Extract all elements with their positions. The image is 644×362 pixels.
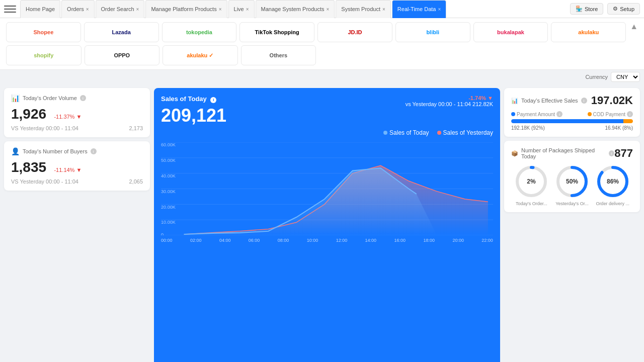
payment-info[interactable]: i xyxy=(556,111,562,117)
tab-close-icon[interactable]: × xyxy=(382,7,385,12)
platform-btn-tiktok[interactable]: TikTok Shopping xyxy=(239,22,314,42)
cod-amount: 16.94K (8%) xyxy=(605,125,633,131)
x-axis-label: 08:00 xyxy=(278,238,289,243)
order-volume-card: 📊 Today's Order Volume i 1,926 -11.37% ▼… xyxy=(4,88,150,137)
platform-btn-akulaku[interactable]: akulaku xyxy=(551,22,626,42)
menu-icon[interactable] xyxy=(4,3,16,15)
svg-text:86%: 86% xyxy=(607,178,619,185)
x-axis-label: 04:00 xyxy=(219,238,231,243)
setup-button[interactable]: ⚙ Setup xyxy=(607,3,640,15)
x-axis-labels: 00:0002:0004:0006:0008:0010:0012:0014:00… xyxy=(161,238,493,243)
tab-label: Manage Platform Products xyxy=(151,6,216,12)
packages-value: 877 xyxy=(614,147,633,160)
platform-grid-row1: ShopeeLazadatokopediaTikTok ShoppingJD.I… xyxy=(6,22,626,42)
order-volume-change: -11.37% ▼ xyxy=(54,114,82,120)
tab-label: Orders xyxy=(67,6,84,12)
cod-info[interactable]: i xyxy=(627,111,633,117)
sales-chart-svg: 60.00K 50.00K 40.00K 30.00K 20.00K 10.00… xyxy=(161,142,493,235)
payment-progress-bar xyxy=(511,119,633,123)
order-volume-vs-value: 2,173 xyxy=(129,125,143,131)
svg-text:0: 0 xyxy=(161,232,164,235)
tab-live[interactable]: Live× xyxy=(228,0,255,18)
svg-text:30.00K: 30.00K xyxy=(161,189,176,194)
x-axis-label: 22:00 xyxy=(481,238,493,243)
donut-svg: 86% xyxy=(595,164,630,199)
tab-close-icon[interactable]: × xyxy=(219,7,222,12)
effective-sales-icon: 📊 xyxy=(511,98,518,104)
tab-close-icon[interactable]: × xyxy=(246,7,249,12)
tab-label: Order Search xyxy=(101,6,134,12)
buyers-value: 1,835 xyxy=(11,159,46,175)
platform-btn-bukalapak[interactable]: bukalapak xyxy=(473,22,548,42)
tab-system-product[interactable]: System Product× xyxy=(336,0,390,18)
buyers-change: -11.14% ▼ xyxy=(54,167,82,173)
chart-info[interactable]: i xyxy=(210,97,216,103)
x-axis-label: 02:00 xyxy=(190,238,202,243)
buyers-info[interactable]: i xyxy=(91,148,97,154)
tab-close-icon[interactable]: × xyxy=(86,7,89,12)
x-axis-label: 06:00 xyxy=(249,238,260,243)
payment-bar-fill xyxy=(511,119,623,123)
svg-text:50.00K: 50.00K xyxy=(161,158,176,163)
store-button[interactable]: 🏪 Store xyxy=(570,3,603,15)
tab-label: Manage System Products xyxy=(261,6,325,12)
svg-text:20.00K: 20.00K xyxy=(161,204,176,209)
platform-btn-jdid[interactable]: JD.ID xyxy=(317,22,392,42)
donut-chart-item: 50% Yesterday's Or... xyxy=(554,164,590,206)
currency-row: Currency CNYUSDEURIDR xyxy=(0,70,644,84)
chart-change: -1.74% ▼ xyxy=(468,95,493,101)
order-volume-icon: 📊 xyxy=(11,94,20,102)
platform-grid-row2: shopifyOPPOakulaku ✓Others xyxy=(6,45,316,65)
sales-chart-card: Sales of Today i 209,121 -1.74% ▼ vs Yes… xyxy=(154,88,500,362)
currency-label: Currency xyxy=(585,74,608,80)
svg-text:40.00K: 40.00K xyxy=(161,173,176,178)
x-axis-label: 00:00 xyxy=(161,238,173,243)
tab-close-icon[interactable]: × xyxy=(438,7,441,12)
platform-btn-oppo[interactable]: OPPO xyxy=(85,45,160,65)
platform-btn-others[interactable]: Others xyxy=(241,45,316,65)
donut-label: Order delivery ... xyxy=(596,201,629,206)
buyers-vs-label: VS Yesterday 00:00 - 11:04 xyxy=(11,178,78,185)
tab-orders[interactable]: Orders× xyxy=(61,0,94,18)
order-volume-info[interactable]: i xyxy=(80,95,86,101)
donut-chart-item: 86% Order delivery ... xyxy=(595,164,630,206)
tab-label: Real-Time Data xyxy=(397,6,436,12)
packages-icon: 📦 xyxy=(511,150,518,157)
store-icon: 🏪 xyxy=(576,6,583,12)
tab-manage-platform-products[interactable]: Manage Platform Products× xyxy=(145,0,227,18)
buyers-card: 👤 Today's Number of Buyers i 1,835 -11.1… xyxy=(4,141,150,191)
buyers-title: Today's Number of Buyers xyxy=(23,148,88,154)
center-column: Sales of Today i 209,121 -1.74% ▼ vs Yes… xyxy=(154,88,500,362)
currency-select[interactable]: CNYUSDEURIDR xyxy=(611,72,640,82)
platform-btn-shopify[interactable]: shopify xyxy=(6,45,82,65)
legend-today: Sales of Today xyxy=(383,129,429,136)
effective-sales-value: 197.02K xyxy=(591,94,633,107)
tab-order-search[interactable]: Order Search× xyxy=(96,0,145,18)
tab-close-icon[interactable]: × xyxy=(136,7,139,12)
top-right-actions: 🏪 Store ⚙ Setup xyxy=(570,3,640,15)
platform-btn-akulaku-✓[interactable]: akulaku ✓ xyxy=(163,45,238,65)
x-axis-label: 10:00 xyxy=(307,238,318,243)
order-volume-value: 1,926 xyxy=(11,106,46,122)
svg-text:10.00K: 10.00K xyxy=(161,220,176,225)
collapse-platforms-button[interactable]: ▲ xyxy=(630,22,638,31)
effective-sales-info[interactable]: i xyxy=(581,98,587,104)
platforms-section: ShopeeLazadatokopediaTikTok ShoppingJD.I… xyxy=(0,18,644,70)
tab-home-page[interactable]: Home Page xyxy=(20,0,60,18)
donut-svg: 2% xyxy=(514,164,549,199)
donut-label: Yesterday's Or... xyxy=(555,201,588,206)
top-nav: Home PageOrders×Order Search×Manage Plat… xyxy=(0,0,644,18)
x-axis-label: 14:00 xyxy=(365,238,377,243)
packages-info[interactable]: i xyxy=(609,150,614,156)
tab-real-time-data[interactable]: Real-Time Data× xyxy=(392,0,446,18)
platform-btn-tokopedia[interactable]: tokopedia xyxy=(162,22,237,42)
platform-btn-lazada[interactable]: Lazada xyxy=(84,22,159,42)
platform-btn-shopee[interactable]: Shopee xyxy=(6,22,81,42)
main-content: 📊 Today's Order Volume i 1,926 -11.37% ▼… xyxy=(0,84,644,362)
platform-btn-blibli[interactable]: blibli xyxy=(395,22,470,42)
tab-manage-system-products[interactable]: Manage System Products× xyxy=(256,0,335,18)
tab-close-icon[interactable]: × xyxy=(327,7,330,12)
donut-charts-row: 2% Today's Order... 50% Yesterday's Or..… xyxy=(511,164,633,206)
packages-card: 📦 Number of Packages Shipped Today i 877… xyxy=(504,141,640,212)
chart-legend: Sales of Today Sales of Yesterday xyxy=(161,129,493,136)
